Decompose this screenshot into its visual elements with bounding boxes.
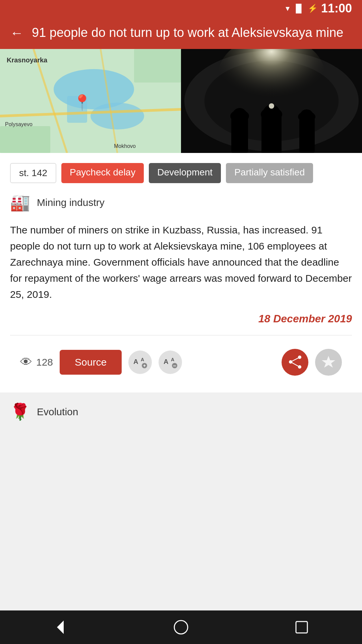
nav-back-button[interactable] (47, 614, 74, 641)
status-time: 11:00 (321, 1, 352, 15)
signal-icon: ▐▌ (293, 4, 304, 13)
svg-text:A: A (133, 358, 138, 365)
svg-point-19 (232, 108, 247, 123)
svg-text:Krasnoyarka: Krasnoyarka (7, 56, 48, 64)
svg-text:A: A (141, 357, 144, 362)
nav-home-button[interactable] (168, 614, 194, 641)
nav-recent-icon (293, 619, 310, 636)
svg-rect-8 (134, 49, 181, 83)
evolution-icon: 🌹 (10, 402, 30, 421)
nav-home-icon (173, 619, 189, 636)
mine-image (181, 49, 362, 153)
views-icon: 👁 (20, 355, 32, 369)
svg-text:A: A (164, 358, 168, 365)
svg-point-25 (300, 109, 313, 123)
battery-icon: ⚡ (308, 4, 318, 13)
svg-point-42 (174, 621, 188, 634)
svg-text:📍: 📍 (73, 94, 92, 112)
svg-line-39 (291, 362, 300, 367)
industry-row: 🏭 Mining industry (10, 193, 352, 212)
views-section: 👁 128 (20, 355, 53, 369)
action-bar: 👁 128 Source A A + A A − (10, 342, 352, 382)
mine-scene-svg (181, 49, 362, 153)
font-increase-button[interactable]: A A + (128, 351, 152, 374)
evolution-row[interactable]: 🌹 Evolution (10, 402, 352, 421)
svg-marker-41 (57, 621, 64, 634)
svg-line-38 (291, 357, 300, 362)
svg-text:A: A (171, 357, 174, 362)
font-increase-icon: A A + (132, 354, 148, 371)
images-section: Krasnoyarka Polysayevo Mokhovo 📍 (0, 49, 362, 153)
source-button[interactable]: Source (60, 350, 122, 375)
evolution-label: Evolution (37, 406, 78, 418)
main-content: st. 142 Paycheck delay Development Parti… (0, 153, 362, 392)
article-date: 18 December 2019 (10, 313, 352, 325)
svg-text:Polysayevo: Polysayevo (5, 121, 33, 127)
share-icon (288, 355, 303, 370)
tag-id[interactable]: st. 142 (10, 163, 56, 183)
svg-text:Mokhovo: Mokhovo (114, 143, 136, 149)
font-decrease-icon: A A − (162, 354, 179, 371)
svg-text:+: + (143, 363, 146, 368)
svg-point-2 (90, 103, 144, 129)
tag-partially-satisfied[interactable]: Partially satisfied (226, 163, 313, 183)
favorite-button[interactable] (315, 349, 342, 376)
bottom-section: 🌹 Evolution (0, 392, 362, 431)
tag-paycheck-delay[interactable]: Paycheck delay (61, 163, 144, 183)
font-decrease-button[interactable]: A A − (159, 351, 182, 374)
svg-point-26 (269, 103, 274, 109)
nav-back-icon (52, 619, 69, 636)
divider (10, 335, 352, 335)
header: ← 91 people do not turn up to work at Al… (0, 17, 362, 49)
svg-marker-40 (322, 356, 335, 368)
views-count: 128 (36, 357, 53, 368)
back-button[interactable]: ← (10, 26, 23, 40)
tag-development[interactable]: Development (149, 163, 221, 183)
svg-rect-7 (0, 126, 50, 153)
wifi-icon: ▾ (286, 4, 290, 13)
nav-bar (0, 610, 362, 644)
status-bar: ▾ ▐▌ ⚡ 11:00 (0, 0, 362, 17)
map-image[interactable]: Krasnoyarka Polysayevo Mokhovo 📍 (0, 49, 181, 153)
page-title: 91 people do not turn up to work at Alek… (32, 25, 352, 41)
star-icon (321, 355, 336, 370)
tags-container: st. 142 Paycheck delay Development Parti… (10, 163, 352, 183)
map-svg: Krasnoyarka Polysayevo Mokhovo 📍 (0, 49, 181, 153)
industry-label: Mining industry (37, 197, 105, 208)
industry-icon: 🏭 (10, 193, 30, 212)
svg-text:−: − (173, 363, 176, 369)
nav-recent-button[interactable] (288, 614, 315, 641)
svg-rect-43 (296, 622, 307, 633)
article-body: The number of miners on strike in Kuzbas… (10, 222, 352, 303)
share-button[interactable] (282, 349, 308, 376)
